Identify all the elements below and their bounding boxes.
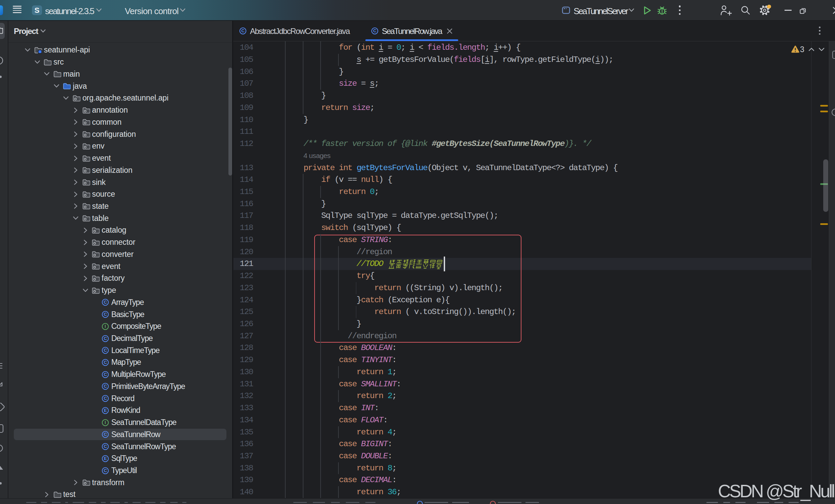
svg-text:C: C [104,468,107,473]
svg-text:C: C [104,396,107,401]
svg-text:C: C [104,372,107,377]
svg-text:C: C [373,28,376,33]
svg-text:E: E [104,408,107,413]
svg-text:I: I [105,420,106,425]
svg-text:C: C [241,28,245,33]
svg-text:C: C [104,300,107,305]
svg-text:C: C [104,384,107,389]
svg-text:C: C [104,444,107,449]
svg-text:I: I [105,324,106,329]
svg-text:C: C [104,336,107,341]
svg-text:C: C [104,348,107,353]
svg-text:E: E [104,456,107,461]
svg-text:C: C [104,312,107,317]
svg-text:C: C [104,360,107,365]
svg-text:C: C [104,432,107,437]
